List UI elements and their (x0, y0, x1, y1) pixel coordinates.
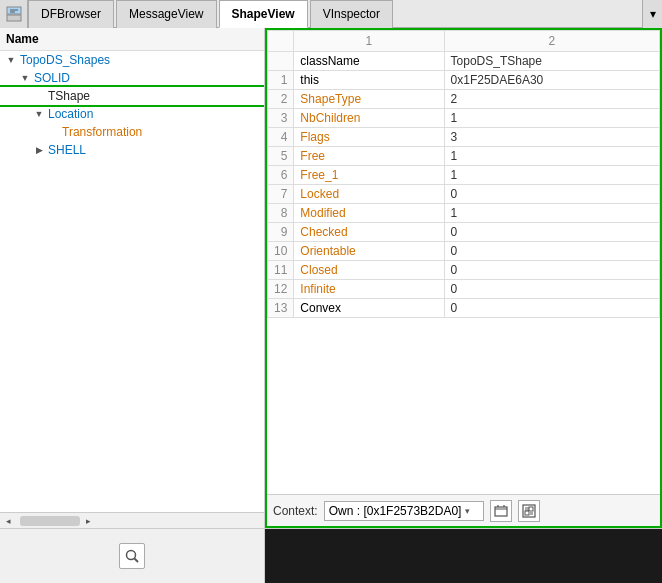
row-number: 10 (268, 242, 294, 261)
context-value: Own : [0x1F2573B2DA0] (329, 504, 462, 518)
row-number: 8 (268, 204, 294, 223)
field-value: 0 (444, 261, 659, 280)
table-row: 10Orientable0 (268, 242, 660, 261)
tree-arrow-shell[interactable]: ▶ (32, 145, 46, 155)
field-value: 1 (444, 204, 659, 223)
svg-rect-12 (529, 511, 533, 515)
scroll-right-arrow[interactable]: ▸ (80, 513, 96, 529)
table-area[interactable]: 1 2 classNameTopoDS_TShape1this0x1F25DAE… (267, 30, 660, 494)
row-number: 13 (268, 299, 294, 318)
table-row: 6Free_11 (268, 166, 660, 185)
tree-scrollbar[interactable]: ◂ ▸ (0, 512, 264, 528)
table-row: 11Closed0 (268, 261, 660, 280)
tab-dropdown-button[interactable]: ▾ (642, 0, 662, 28)
tree-arrow-location[interactable]: ▼ (32, 109, 46, 119)
console-output (265, 529, 662, 583)
svg-rect-9 (525, 507, 529, 511)
field-value: 0 (444, 242, 659, 261)
svg-line-14 (135, 559, 139, 563)
field-name: Free_1 (294, 166, 444, 185)
panels-row: Name ▼ TopoDS_Shapes ▼ SOLID (0, 28, 662, 528)
scroll-thumb[interactable] (20, 516, 80, 526)
app-window: DFBrowser MessageView ShapeView VInspect… (0, 0, 662, 583)
table-row: 4Flags3 (268, 128, 660, 147)
field-name: Convex (294, 299, 444, 318)
tree-arrow-topods_shapes[interactable]: ▼ (4, 55, 18, 65)
bottom-section (0, 528, 662, 583)
table-row: 5Free1 (268, 147, 660, 166)
field-name: NbChildren (294, 109, 444, 128)
field-value: 1 (444, 109, 659, 128)
tab-shapeview[interactable]: ShapeView (219, 0, 308, 28)
tree-node-transformation[interactable]: Transformation (0, 123, 264, 141)
table-row: 13Convex0 (268, 299, 660, 318)
row-number: 6 (268, 166, 294, 185)
table-row: 2ShapeType2 (268, 90, 660, 109)
tab-bar: DFBrowser MessageView ShapeView VInspect… (0, 0, 662, 28)
row-num-col-header (268, 31, 294, 52)
context-dropdown-arrow: ▾ (465, 506, 470, 516)
field-value: 1 (444, 166, 659, 185)
context-icon-btn-2[interactable] (518, 500, 540, 522)
field-value: 1 (444, 147, 659, 166)
scroll-left-arrow[interactable]: ◂ (0, 513, 16, 529)
svg-point-13 (127, 551, 136, 560)
field-name: Infinite (294, 280, 444, 299)
data-table: 1 2 classNameTopoDS_TShape1this0x1F25DAE… (267, 30, 660, 318)
field-name: Orientable (294, 242, 444, 261)
field-name: className (294, 52, 444, 71)
table-row: 12Infinite0 (268, 280, 660, 299)
tree-panel: Name ▼ TopoDS_Shapes ▼ SOLID (0, 28, 265, 528)
right-col: 1 2 classNameTopoDS_TShape1this0x1F25DAE… (265, 28, 662, 528)
row-number (268, 52, 294, 71)
field-name: Flags (294, 128, 444, 147)
tab-vinspector[interactable]: VInspector (310, 0, 393, 28)
tree-header: Name (0, 28, 264, 51)
tree-node-location[interactable]: ▼ Location (0, 105, 264, 123)
svg-rect-4 (495, 507, 507, 516)
field-value: 0 (444, 223, 659, 242)
table-row: 9Checked0 (268, 223, 660, 242)
row-number: 11 (268, 261, 294, 280)
row-number: 5 (268, 147, 294, 166)
tab-dfbrowser[interactable]: DFBrowser (28, 0, 114, 28)
tree-node-tshape[interactable]: TShape (0, 87, 264, 105)
row-number: 7 (268, 185, 294, 204)
row-number: 9 (268, 223, 294, 242)
table-row: classNameTopoDS_TShape (268, 52, 660, 71)
context-label: Context: (273, 504, 318, 518)
bottom-left (0, 529, 265, 583)
col1-header: 1 (294, 31, 444, 52)
field-name: Free (294, 147, 444, 166)
search-button[interactable] (119, 543, 145, 569)
field-value: TopoDS_TShape (444, 52, 659, 71)
tab-messageview[interactable]: MessageView (116, 0, 216, 28)
table-row: 8Modified1 (268, 204, 660, 223)
table-row: 3NbChildren1 (268, 109, 660, 128)
field-name: this (294, 71, 444, 90)
context-icon-btn-1[interactable] (490, 500, 512, 522)
field-name: Checked (294, 223, 444, 242)
tree-body: ▼ TopoDS_Shapes ▼ SOLID TShape (0, 51, 264, 512)
table-panel: 1 2 classNameTopoDS_TShape1this0x1F25DAE… (265, 28, 662, 528)
field-name: ShapeType (294, 90, 444, 109)
svg-rect-10 (529, 507, 533, 511)
table-row: 1this0x1F25DAE6A30 (268, 71, 660, 90)
field-name: Closed (294, 261, 444, 280)
row-number: 12 (268, 280, 294, 299)
field-value: 0 (444, 299, 659, 318)
tree-node-solid[interactable]: ▼ SOLID (0, 69, 264, 87)
context-dropdown[interactable]: Own : [0x1F2573B2DA0] ▾ (324, 501, 484, 521)
col2-header: 2 (444, 31, 659, 52)
app-icon (0, 0, 28, 28)
tree-node-shell[interactable]: ▶ SHELL (0, 141, 264, 159)
svg-rect-11 (525, 511, 529, 515)
field-name: Modified (294, 204, 444, 223)
field-name: Locked (294, 185, 444, 204)
field-value: 0 (444, 185, 659, 204)
tree-node-topods_shapes[interactable]: ▼ TopoDS_Shapes (0, 51, 264, 69)
tree-arrow-solid[interactable]: ▼ (18, 73, 32, 83)
field-value: 0 (444, 280, 659, 299)
field-value: 2 (444, 90, 659, 109)
field-value: 0x1F25DAE6A30 (444, 71, 659, 90)
